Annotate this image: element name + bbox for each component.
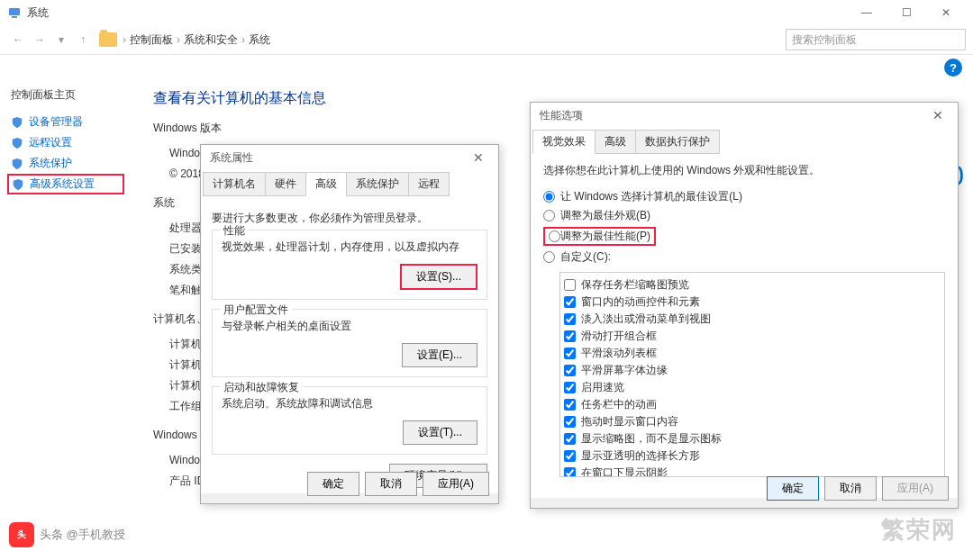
tab-computer-name[interactable]: 计算机名 xyxy=(203,172,266,196)
breadcrumb-item[interactable]: 系统 xyxy=(249,32,270,48)
sidebar-item-advanced[interactable]: 高级系统设置 xyxy=(7,174,124,194)
sidebar-item-remote[interactable]: 远程设置 xyxy=(11,132,124,153)
checkbox-input[interactable] xyxy=(564,365,576,376)
checkbox-input[interactable] xyxy=(564,416,576,428)
checkbox-input[interactable] xyxy=(564,330,576,342)
radio-input[interactable] xyxy=(543,251,555,263)
checkbox-input[interactable] xyxy=(564,450,576,462)
sidebar: 控制面板主页 设备管理器 远程设置 系统保护 高级系统设置 xyxy=(0,77,135,560)
checkbox-input[interactable] xyxy=(564,279,576,291)
check-item[interactable]: 滑动打开组合框 xyxy=(564,328,941,345)
userprof-settings-button[interactable]: 设置(E)... xyxy=(402,343,477,367)
tab-remote[interactable]: 远程 xyxy=(408,172,450,196)
checkbox-label: 任务栏中的动画 xyxy=(581,397,657,412)
sidebar-item-label: 高级系统设置 xyxy=(30,176,95,192)
breadcrumb: 控制面板 › 系统和安全 › 系统 xyxy=(130,32,778,48)
system-icon xyxy=(7,5,22,20)
sidebar-item-label: 设备管理器 xyxy=(29,114,83,130)
forward-button[interactable]: → xyxy=(29,29,50,50)
dialog-titlebar: 系统属性 ✕ xyxy=(201,145,498,170)
check-item[interactable]: 淡入淡出或滑动菜单到视图 xyxy=(564,311,941,328)
check-item[interactable]: 保存任务栏缩略图预览 xyxy=(564,276,941,294)
dialog-title-text: 系统属性 xyxy=(210,150,253,166)
perf-desc: 选择你想在此计算机上使用的 Windows 外观和性能设置。 xyxy=(543,163,945,178)
watermark-left: 头 头条 @手机教授 xyxy=(9,522,125,547)
radio-input[interactable] xyxy=(543,191,555,203)
perf-settings-button[interactable]: 设置(S)... xyxy=(400,264,477,290)
dialog-title-text: 性能选项 xyxy=(540,108,583,123)
startup-settings-button[interactable]: 设置(T)... xyxy=(403,420,477,445)
checkbox-input[interactable] xyxy=(564,382,576,393)
checkbox-input[interactable] xyxy=(564,296,576,308)
help-icon[interactable]: ? xyxy=(944,59,962,77)
tab-protection[interactable]: 系统保护 xyxy=(346,172,409,196)
check-item[interactable]: 窗口内的动画控件和元素 xyxy=(564,294,941,311)
close-icon[interactable]: ✕ xyxy=(927,108,949,122)
group-startup: 启动和故障恢复 系统启动、系统故障和调试信息 设置(T)... xyxy=(212,386,487,455)
group-performance: 性能 视觉效果，处理器计划，内存使用，以及虚拟内存 设置(S)... xyxy=(212,230,487,300)
radio-label: 让 Windows 选择计算机的最佳设置(L) xyxy=(560,189,742,204)
tab-dep[interactable]: 数据执行保护 xyxy=(635,130,720,154)
tab-hardware[interactable]: 硬件 xyxy=(265,172,306,196)
group-desc: 视觉效果，处理器计划，内存使用，以及虚拟内存 xyxy=(222,239,477,255)
search-input[interactable]: 搜索控制面板 xyxy=(786,29,966,50)
breadcrumb-item[interactable]: 系统和安全 xyxy=(184,32,238,48)
cancel-button[interactable]: 取消 xyxy=(824,476,877,501)
check-item[interactable]: 启用速览 xyxy=(564,379,941,396)
history-dropdown[interactable]: ▾ xyxy=(50,29,72,50)
titlebar: 系统 — ☐ ✕ xyxy=(0,0,973,25)
window-controls: — ☐ ✕ xyxy=(847,0,966,25)
check-item[interactable]: 显示缩略图，而不是显示图标 xyxy=(564,430,941,447)
check-item[interactable]: 在窗口下显示阴影 xyxy=(564,465,941,477)
check-item[interactable]: 任务栏中的动画 xyxy=(564,396,941,413)
minimize-button[interactable]: — xyxy=(847,0,887,25)
up-button[interactable]: ↑ xyxy=(72,29,94,50)
perf-tabs: 视觉效果 高级 数据执行保护 xyxy=(531,128,958,154)
check-item[interactable]: 显示亚透明的选择长方形 xyxy=(564,447,941,465)
dialog-body: 选择你想在此计算机上使用的 Windows 外观和性能设置。 让 Windows… xyxy=(531,154,958,498)
checkbox-input[interactable] xyxy=(564,467,576,477)
breadcrumb-item[interactable]: 控制面板 xyxy=(130,32,173,48)
radio-input[interactable] xyxy=(549,229,560,244)
maximize-button[interactable]: ☐ xyxy=(887,0,926,25)
checkbox-input[interactable] xyxy=(564,399,576,411)
cancel-button[interactable]: 取消 xyxy=(365,472,417,496)
check-item[interactable]: 平滑滚动列表框 xyxy=(564,345,941,362)
back-button[interactable]: ← xyxy=(7,29,29,50)
dialog-titlebar: 性能选项 ✕ xyxy=(531,103,958,128)
close-icon[interactable]: ✕ xyxy=(468,150,489,165)
apply-button[interactable]: 应用(A) xyxy=(882,476,949,501)
admin-note: 要进行大多数更改，你必须作为管理员登录。 xyxy=(212,211,487,226)
check-item[interactable]: 拖动时显示窗口内容 xyxy=(564,413,941,430)
navbar: ← → ▾ ↑ › 控制面板 › 系统和安全 › 系统 搜索控制面板 xyxy=(0,25,973,54)
radio-label: 调整为最佳性能(P) xyxy=(560,229,650,244)
watermark-right: 繁荣网 xyxy=(881,514,957,546)
sidebar-item-device-manager[interactable]: 设备管理器 xyxy=(11,112,124,132)
ok-button[interactable]: 确定 xyxy=(767,476,819,501)
radio-label: 调整为最佳外观(B) xyxy=(560,208,650,223)
checkbox-input[interactable] xyxy=(564,433,576,445)
checkbox-input[interactable] xyxy=(564,348,576,359)
radio-option[interactable]: 调整为最佳性能(P) xyxy=(543,225,945,248)
shield-icon xyxy=(11,116,23,129)
checkbox-input[interactable] xyxy=(564,313,576,325)
search-placeholder: 搜索控制面板 xyxy=(792,32,857,48)
sidebar-item-protection[interactable]: 系统保护 xyxy=(11,153,124,174)
radio-option[interactable]: 自定义(C): xyxy=(543,248,945,266)
radio-label: 自定义(C): xyxy=(560,249,611,265)
close-button[interactable]: ✕ xyxy=(926,0,966,25)
group-legend: 性能 xyxy=(220,223,249,239)
sidebar-item-label: 远程设置 xyxy=(29,135,72,150)
radio-input[interactable] xyxy=(543,210,555,221)
radio-option[interactable]: 让 Windows 选择计算机的最佳设置(L) xyxy=(543,187,945,206)
radio-option[interactable]: 调整为最佳外观(B) xyxy=(543,206,945,225)
checkbox-label: 保存任务栏缩略图预览 xyxy=(581,277,689,293)
group-legend: 用户配置文件 xyxy=(220,303,292,318)
apply-button[interactable]: 应用(A) xyxy=(423,472,489,496)
check-item[interactable]: 平滑屏幕字体边缘 xyxy=(564,362,941,379)
ok-button[interactable]: 确定 xyxy=(307,472,359,496)
tab-advanced[interactable]: 高级 xyxy=(305,172,347,196)
visual-effects-checklist[interactable]: 保存任务栏缩略图预览窗口内的动画控件和元素淡入淡出或滑动菜单到视图滑动打开组合框… xyxy=(559,272,945,477)
tab-visual-effects[interactable]: 视觉效果 xyxy=(532,130,596,154)
tab-advanced[interactable]: 高级 xyxy=(595,130,636,154)
